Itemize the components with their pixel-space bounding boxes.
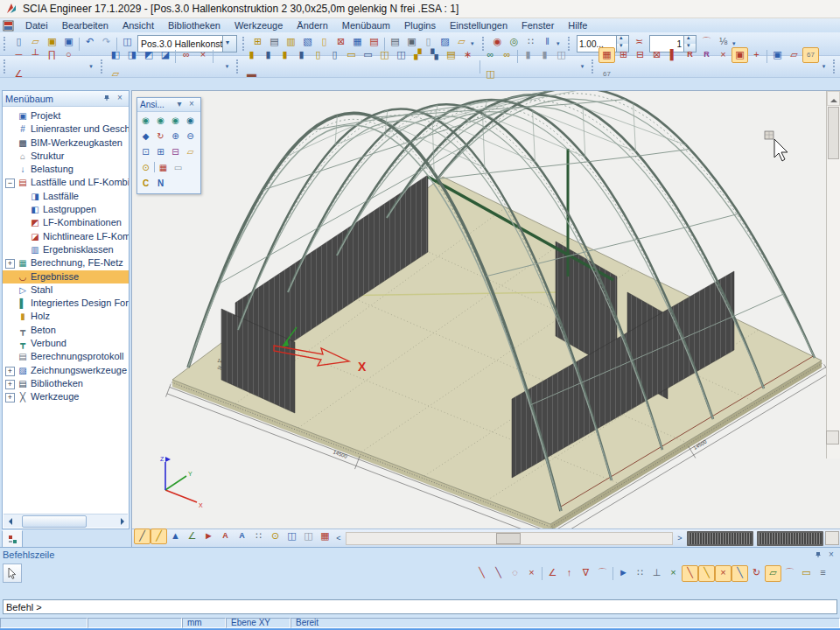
status-cell-ebene-xy[interactable]: Ebene XY <box>226 618 290 628</box>
snap-angle-icon[interactable]: ∠ <box>544 565 561 582</box>
cut-icon[interactable]: × <box>194 47 211 63</box>
close-icon[interactable]: × <box>825 550 837 561</box>
zoom-in-icon[interactable]: ⊕ <box>168 130 183 144</box>
close-icon[interactable]: × <box>114 93 126 104</box>
toolbar-overflow-icon[interactable] <box>822 60 830 74</box>
spinner-arrows-icon[interactable] <box>616 36 628 52</box>
view-top-icon[interactable]: ◉ <box>183 114 198 129</box>
snap-curve-icon[interactable]: ⌒ <box>781 565 798 582</box>
toolbar-grip[interactable] <box>4 37 8 51</box>
tree-item-stahl[interactable]: ▷Stahl <box>3 284 129 297</box>
expand-icon[interactable]: + <box>5 367 15 376</box>
tree-item-struktur[interactable]: ⌂Struktur <box>3 150 129 163</box>
snap-circle-icon[interactable]: ◌ <box>507 565 523 582</box>
wireframe-toggle-icon[interactable]: ╱ <box>134 528 150 544</box>
menu-einstellungen[interactable]: Einstellungen <box>443 20 514 31</box>
member-1d-icon[interactable]: ▮ <box>243 47 260 63</box>
tree-item-ergebnisse[interactable]: ◡Ergebnisse <box>3 270 129 284</box>
scroll-thumb[interactable] <box>828 107 839 159</box>
toolbar-overflow-icon[interactable] <box>732 37 740 51</box>
rotate-view-icon[interactable]: ↻ <box>153 130 168 144</box>
section-toggle-on-icon[interactable]: 67 <box>802 47 819 63</box>
tree-item-lf-kombinationen[interactable]: ◩LF-Kombinationen <box>3 216 129 229</box>
member-2d-icon[interactable]: ▮ <box>260 47 276 63</box>
grid-snap-icon[interactable]: × <box>665 565 682 582</box>
open-picture-icon[interactable]: ▱ <box>786 47 802 63</box>
tree-item-projekt[interactable]: ▣Projekt <box>3 109 129 122</box>
paste-special-icon[interactable]: ◪ <box>157 47 173 63</box>
tree-item-belastung[interactable]: ↓Belastung <box>3 163 129 176</box>
angle-tool-icon[interactable]: ∠ <box>10 66 27 82</box>
dim-line-icon[interactable]: ─ <box>10 47 27 63</box>
scroll-thumb[interactable] <box>496 533 521 544</box>
close-icon[interactable]: × <box>186 99 198 110</box>
results-on-member-icon[interactable]: ▦ <box>598 47 615 63</box>
results-beam-icon[interactable]: ⊟ <box>632 47 648 63</box>
view-params-icon[interactable]: N <box>153 177 168 192</box>
toolbar-overflow-icon[interactable] <box>470 37 479 51</box>
document-menu-icon[interactable] <box>3 20 15 32</box>
menu-bearbeiten[interactable]: Bearbeiten <box>55 20 116 31</box>
snap-flag-icon[interactable]: ∇ <box>578 565 594 582</box>
beam-icon[interactable]: ▮ <box>293 47 310 63</box>
circle-tool-icon[interactable]: ○ <box>60 47 77 63</box>
axonometric-view-icon[interactable]: ◆ <box>138 130 153 144</box>
toolbar-grip[interactable] <box>833 60 837 74</box>
scroll-right-icon[interactable] <box>116 515 128 527</box>
tree-item-lastgruppen[interactable]: ◧Lastgruppen <box>3 203 129 216</box>
toolbar-grip[interactable] <box>4 60 8 74</box>
menu-fenster[interactable]: Fenster <box>514 20 561 31</box>
mesh-toggle-icon[interactable]: ∷ <box>250 528 267 544</box>
snap-ruler-icon[interactable]: ▭ <box>798 565 815 582</box>
folder-add-icon[interactable]: ▱ <box>107 66 123 82</box>
zoom-window-icon[interactable]: ⊡ <box>138 145 153 160</box>
rib-icon[interactable]: ▯ <box>310 47 326 63</box>
snap-list-icon[interactable]: ≡ <box>815 565 831 582</box>
view-front-icon[interactable]: ◉ <box>138 114 153 129</box>
paste-icon[interactable]: ◩ <box>140 47 157 63</box>
eraser-icon[interactable]: ▬ <box>243 66 260 82</box>
collapse-toolbar-icon[interactable]: < <box>333 534 344 542</box>
view-glasses-icon[interactable]: ∞ <box>178 47 194 63</box>
dot-grid-icon[interactable]: ∷ <box>632 565 648 582</box>
snap-midpoint-icon[interactable]: ╲ <box>698 565 715 582</box>
rendered-toggle-icon[interactable]: ╱ <box>150 528 167 544</box>
labels-toggle-icon[interactable]: ► <box>200 528 217 544</box>
dim-perpendicular-icon[interactable]: ┴ <box>27 47 44 63</box>
truss-icon[interactable]: ▞ <box>410 47 426 63</box>
mirror-icon[interactable]: ◫ <box>482 66 499 82</box>
tree-item-holz[interactable]: ▮Holz <box>3 310 129 323</box>
visibility-glasses2-icon[interactable]: ∞ <box>499 47 515 63</box>
tree-item-werkzeuge[interactable]: +╳Werkzeuge <box>3 390 129 403</box>
toolbar-overflow-icon[interactable] <box>225 60 233 74</box>
scroll-up-icon[interactable] <box>827 91 840 106</box>
render-lamp-icon[interactable]: ⊙ <box>267 528 284 544</box>
toolbar-grip[interactable] <box>101 60 105 74</box>
wall-icon[interactable]: ▭ <box>360 47 376 63</box>
supports-toggle-icon[interactable]: ▲ <box>167 528 184 544</box>
tree-item-linienraster-und-geschos[interactable]: #Linienraster und Geschos <box>3 122 129 136</box>
expand-icon[interactable]: + <box>5 259 15 269</box>
snap-direction-icon[interactable]: ↑ <box>561 565 578 582</box>
snap-intersection-icon[interactable]: × <box>715 565 732 582</box>
view-manager-icon[interactable]: ▱ <box>183 145 198 160</box>
regen-window-icon[interactable]: ◫ <box>284 528 300 544</box>
expand-toolbar-icon[interactable]: > <box>675 534 685 542</box>
clip-box-icon[interactable]: ▦ <box>156 161 171 176</box>
expand-icon[interactable]: + <box>5 393 15 402</box>
zoom-out-icon[interactable]: ⊖ <box>183 130 198 144</box>
tree-item-integriertes-design-form[interactable]: ▌Integriertes Design Form <box>3 297 129 310</box>
column-icon[interactable]: ▮ <box>276 47 293 63</box>
view-side-icon[interactable]: ◉ <box>168 114 183 129</box>
chevron-down-icon[interactable]: ▾ <box>173 99 186 110</box>
results-delete-icon[interactable]: × <box>715 47 732 63</box>
menu-datei[interactable]: Datei <box>18 20 55 31</box>
save-picture-icon[interactable]: ▣ <box>769 47 786 63</box>
zoom-control[interactable] <box>757 531 823 546</box>
menu-tree-tab-icon[interactable] <box>2 530 23 548</box>
menu-ansicht[interactable]: Ansicht <box>116 20 161 31</box>
snap-polygon-icon[interactable]: ▱ <box>765 565 781 582</box>
tree-item-ergebnisklassen[interactable]: ▥Ergebnisklassen <box>3 243 129 256</box>
paste-small-icon[interactable]: ▮ <box>536 47 553 63</box>
tree-item-lastfälle[interactable]: ◨Lastfälle <box>3 190 129 203</box>
